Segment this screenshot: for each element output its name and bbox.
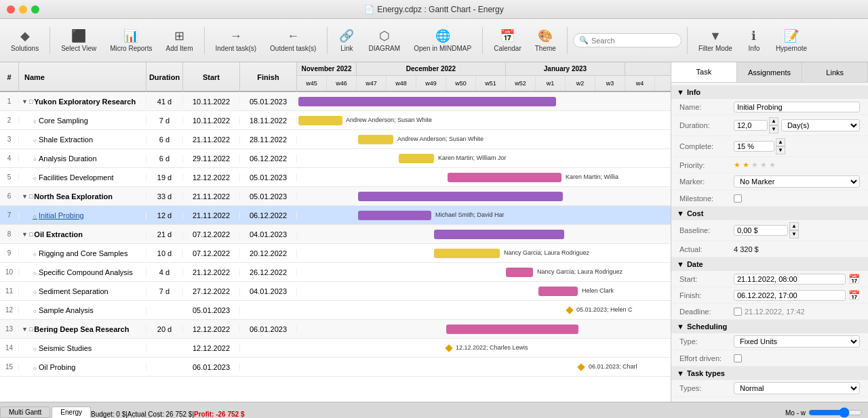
finish-date-input[interactable] — [734, 290, 846, 301]
expand-icon[interactable]: ▼ — [22, 98, 28, 105]
row-chart — [297, 187, 671, 206]
toolbar-add-item[interactable]: ⊞ Add Item — [160, 26, 198, 55]
table-row[interactable]: 10 ⬦ Specific Compound Analysis 4 d 21.1… — [0, 263, 671, 282]
toolbar-hypernote[interactable]: 📝 Hypernote — [770, 26, 812, 55]
task-types-select[interactable]: Normal — [734, 382, 860, 394]
star-4[interactable]: ★ — [760, 161, 767, 169]
expand-icon[interactable]: ▼ — [22, 326, 28, 333]
search-input[interactable] — [591, 37, 673, 45]
toolbar-filter-mode[interactable]: ▼ Filter Mode — [693, 26, 738, 55]
toolbar-mindmap[interactable]: 🌐 Open in MINDMAP — [408, 26, 477, 55]
toolbar-indent-task[interactable]: → Indent task(s) — [210, 26, 262, 55]
row-name: ⬦ Analysis Duration — [19, 154, 146, 163]
baseline-decrement[interactable]: ▼ — [789, 230, 799, 238]
duration-input[interactable] — [734, 120, 768, 131]
table-row[interactable]: 6 ▼ □ North Sea Exploration 33 d 21.11.2… — [0, 187, 671, 206]
duration-unit-select[interactable]: Day(s) — [781, 119, 860, 131]
star-2[interactable]: ★ — [743, 161, 749, 169]
table-row[interactable]: 3 ⬦ Shale Extraction 6 d 21.11.2022 28.1… — [0, 130, 671, 149]
scheduling-type-select[interactable]: Fixed Units — [734, 335, 860, 348]
date-section-header[interactable]: ▼ Date — [671, 257, 868, 271]
week-w47: w47 — [357, 76, 387, 91]
duration-increment[interactable]: ▲ — [769, 117, 778, 125]
effort-driven-checkbox[interactable] — [734, 354, 742, 362]
task-bar — [358, 192, 563, 201]
complete-input[interactable] — [734, 141, 774, 152]
week-w49: w49 — [416, 76, 446, 91]
row-duration: 12 d — [146, 211, 183, 220]
toolbar-outdent-task[interactable]: ← Outdent task(s) — [264, 26, 321, 55]
row-duration: 7 d — [146, 117, 183, 125]
toolbar-calendar[interactable]: 📅 Calendar — [488, 26, 527, 55]
table-row[interactable]: 8 ▼ □ Oil Extraction 21 d 07.12.2022 04.… — [0, 225, 671, 244]
table-row[interactable]: 2 ⬦ Core Sampling 7 d 10.11.2022 18.11.2… — [0, 111, 671, 130]
deadline-field: 21.12.2022, 17:42 — [734, 308, 805, 316]
close-button[interactable] — [7, 5, 15, 14]
search-bar[interactable]: 🔍 — [573, 33, 682, 47]
table-row[interactable]: 9 ⬦ Rigging and Core Samples 10 d 07.12.… — [0, 244, 671, 263]
task-bar — [434, 249, 500, 258]
tab-energy[interactable]: Energy — [52, 406, 91, 418]
tab-task[interactable]: Task — [671, 62, 737, 82]
priority-stars[interactable]: ★ ★ ★ ★ ★ — [734, 161, 776, 169]
scheduling-section-header[interactable]: ▼ Scheduling — [671, 320, 868, 333]
zoom-slider[interactable] — [808, 407, 863, 418]
baseline-increment[interactable]: ▲ — [789, 222, 799, 230]
cost-section-header[interactable]: ▼ Cost — [671, 207, 868, 220]
complete-increment[interactable]: ▲ — [776, 138, 785, 146]
row-num: 4 — [0, 154, 19, 162]
tab-assignments[interactable]: Assignments — [737, 62, 803, 82]
table-row[interactable]: 5 ⬦ Facilities Development 19 d 12.12.20… — [0, 168, 671, 187]
finish-calendar-icon[interactable]: 📅 — [848, 290, 860, 301]
row-start: 12.12.2022 — [183, 344, 240, 352]
expand-icon[interactable]: ▼ — [22, 193, 28, 200]
complete-decrement[interactable]: ▼ — [776, 146, 785, 154]
info-section-header[interactable]: ▼ Info — [671, 85, 868, 99]
baseline-input[interactable] — [734, 225, 788, 236]
toolbar-theme[interactable]: 🎨 Theme — [530, 26, 561, 55]
deadline-checkbox[interactable] — [734, 308, 742, 316]
tab-multi-gantt[interactable]: Multi Gantt — [0, 406, 50, 418]
expand-icon[interactable]: ▼ — [22, 231, 28, 238]
star-3[interactable]: ★ — [751, 161, 758, 169]
table-row[interactable]: 12 ⬦ Sample Analysis 05.01.2023 05.01.20… — [0, 301, 671, 320]
minimize-button[interactable] — [19, 5, 27, 14]
toolbar-info[interactable]: ℹ Info — [741, 26, 768, 55]
window-controls[interactable] — [7, 5, 39, 14]
toolbar-link[interactable]: 🔗 Link — [333, 26, 360, 55]
info-milestone-row: Milestone: — [671, 190, 868, 207]
duration-decrement[interactable]: ▼ — [769, 125, 778, 133]
row-start: 07.12.2022 — [183, 230, 240, 238]
table-row[interactable]: 1 ▼ □ Yukon Exploratory Research 41 d 10… — [0, 92, 671, 111]
tab-links[interactable]: Links — [802, 62, 868, 82]
name-input[interactable] — [734, 102, 860, 112]
start-date-input[interactable] — [734, 274, 846, 285]
table-row[interactable]: 14 ⬦ Seismic Studies 12.12.2022 12.12.20… — [0, 339, 671, 358]
milestone-checkbox[interactable] — [734, 194, 742, 203]
toolbar-select-view[interactable]: ⬛ Select View — [56, 26, 102, 55]
star-5[interactable]: ★ — [769, 161, 776, 169]
table-row[interactable]: 15 ⬦ Oil Probing 06.01.2023 06.01.2023; … — [0, 358, 671, 377]
marker-select[interactable]: No Marker — [734, 175, 860, 188]
maximize-button[interactable] — [31, 5, 39, 14]
star-1[interactable]: ★ — [734, 161, 741, 169]
task-icon: ⬦ — [33, 287, 37, 295]
table-row[interactable]: 11 ⬦ Sediment Separation 7 d 27.12.2022 … — [0, 282, 671, 301]
date-deadline-row: Deadline: 21.12.2022, 17:42 — [671, 304, 868, 320]
row-name: ⬦ Specific Compound Analysis — [19, 268, 146, 276]
table-row[interactable]: 4 ⬦ Analysis Duration 6 d 29.11.2022 06.… — [0, 149, 671, 168]
row-num: 15 — [0, 363, 19, 371]
task-bar — [298, 116, 342, 125]
task-types-section-header[interactable]: ▼ Task types — [671, 367, 868, 380]
task-bar — [448, 173, 561, 182]
toolbar-solutions[interactable]: ◆ Solutions — [5, 26, 44, 55]
chevron-down-icon: ▼ — [677, 88, 684, 96]
info-duration-row: Duration: ▲ ▼ Day(s) — [671, 115, 868, 136]
table-row[interactable]: 13 ▼ □ Bering Deep Sea Research 20 d 12.… — [0, 320, 671, 339]
row-num: 1 — [0, 98, 19, 105]
toolbar-micro-reports[interactable]: 📊 Micro Reports — [104, 26, 157, 55]
table-row[interactable]: 7 ⬦ Initial Probing 12 d 21.11.2022 06.1… — [0, 206, 671, 225]
toolbar-diagram[interactable]: ⬡ DIAGRAM — [363, 26, 406, 55]
row-duration: 4 d — [146, 268, 183, 276]
start-calendar-icon[interactable]: 📅 — [848, 274, 860, 285]
